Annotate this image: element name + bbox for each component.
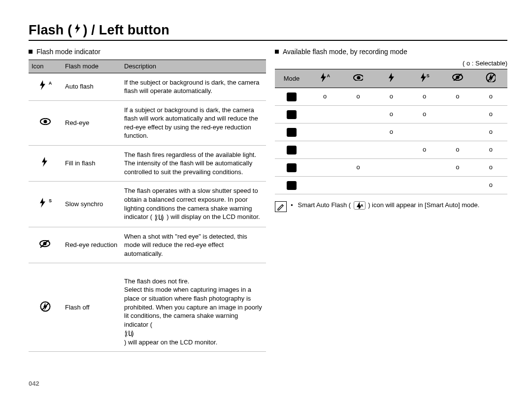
mode-2-icon bbox=[287, 110, 297, 119]
matrix-cell: o bbox=[474, 88, 507, 105]
matrix-cell: o bbox=[441, 88, 474, 105]
matrix-cell: o bbox=[474, 141, 507, 158]
mode-icon-cell bbox=[275, 141, 308, 158]
legend-text: ( o : Selectable) bbox=[275, 60, 507, 67]
shake-icon bbox=[155, 213, 164, 222]
matrix-cell bbox=[308, 141, 341, 158]
matrix-cell bbox=[375, 158, 408, 176]
mode-desc: The flash operates with a slow shutter s… bbox=[121, 182, 266, 227]
smart-auto-note: Smart Auto Flash ( A ) icon will appear … bbox=[275, 201, 507, 212]
matrix-cell bbox=[341, 123, 374, 141]
matrix-cell bbox=[341, 105, 374, 123]
matrix-cell: o bbox=[375, 105, 408, 123]
mode-name: Flash off bbox=[62, 263, 121, 352]
section-heading-available: Available flash mode, by recording mode bbox=[275, 48, 507, 56]
mode-name: Red-eye bbox=[62, 100, 121, 145]
mode-desc: If a subject or background is dark, the … bbox=[121, 100, 266, 145]
table-row: Red-eye reduction When a shot with "red … bbox=[29, 227, 266, 263]
red-eye-icon bbox=[29, 100, 62, 145]
matrix-cell bbox=[341, 176, 374, 194]
mode-icon-cell bbox=[275, 176, 308, 194]
mode-name: Slow synchro bbox=[62, 182, 121, 227]
matrix-cell: o bbox=[341, 158, 374, 176]
flash-auto-icon: A bbox=[308, 69, 341, 88]
flash-off-icon bbox=[474, 69, 507, 88]
mode-name: Red-eye reduction bbox=[62, 227, 121, 263]
matrix-cell bbox=[308, 123, 341, 141]
fill-flash-icon bbox=[29, 145, 62, 182]
table-row: ooo bbox=[275, 141, 507, 158]
matrix-cell: o bbox=[474, 123, 507, 141]
matrix-cell: o bbox=[441, 158, 474, 176]
matrix-cell: o bbox=[474, 158, 507, 176]
table-row: Flash off The flash does not fire. Selec… bbox=[29, 263, 266, 352]
shake-icon bbox=[125, 329, 134, 338]
mode-3-icon bbox=[287, 128, 297, 137]
matrix-cell bbox=[408, 158, 441, 176]
mode-desc: If the subject or background is dark, th… bbox=[121, 73, 266, 100]
flash-auto-icon: A bbox=[29, 73, 62, 100]
matrix-cell bbox=[308, 158, 341, 176]
table-row: S Slow synchro The flash operates with a… bbox=[29, 182, 266, 227]
red-eye-reduction-icon bbox=[29, 227, 62, 263]
mode-5-icon bbox=[287, 163, 297, 172]
mode-6-icon bbox=[287, 181, 297, 190]
mode-name: Fill in flash bbox=[62, 145, 121, 182]
matrix-cell: o bbox=[341, 88, 374, 105]
matrix-cell: o bbox=[375, 88, 408, 105]
matrix-cell bbox=[341, 141, 374, 158]
fill-flash-icon bbox=[375, 69, 408, 88]
section-heading-indicator: Flash mode indicator bbox=[29, 48, 266, 56]
table-row: oooooo bbox=[275, 88, 507, 105]
matrix-cell: o bbox=[408, 105, 441, 123]
table-row: o bbox=[275, 176, 507, 194]
availability-table: Mode A S oooooo ooo oo ooo ooo o bbox=[275, 69, 507, 194]
table-row: ooo bbox=[275, 105, 507, 123]
matrix-cell: o bbox=[375, 123, 408, 141]
title-suffix: ) / Left button bbox=[83, 23, 169, 38]
mode-icon-cell bbox=[275, 88, 308, 105]
mode-desc: When a shot with "red eye" is detected, … bbox=[121, 227, 266, 263]
title-prefix: Flash ( bbox=[29, 23, 72, 38]
note-pencil-icon bbox=[275, 201, 287, 212]
red-eye-reduction-icon bbox=[441, 69, 474, 88]
matrix-cell bbox=[441, 176, 474, 194]
mode-name: Auto flash bbox=[62, 73, 121, 100]
table-row: Fill in flash The flash fires regardless… bbox=[29, 145, 266, 182]
matrix-cell: o bbox=[408, 88, 441, 105]
mode-desc: The flash fires regardless of the availa… bbox=[121, 145, 266, 182]
mode-4-icon bbox=[287, 146, 297, 154]
matrix-cell bbox=[308, 105, 341, 123]
matrix-cell bbox=[441, 123, 474, 141]
col-description: Description bbox=[121, 60, 266, 73]
col-flash-mode: Flash mode bbox=[62, 60, 121, 73]
red-eye-icon bbox=[341, 69, 374, 88]
mode-icon-cell bbox=[275, 123, 308, 141]
matrix-cell: o bbox=[308, 88, 341, 105]
matrix-cell bbox=[375, 141, 408, 158]
slow-sync-icon: S bbox=[29, 182, 62, 227]
matrix-cell: o bbox=[441, 141, 474, 158]
mode-1-icon bbox=[287, 93, 297, 101]
table-row: ooo bbox=[275, 158, 507, 176]
mode-icon-cell bbox=[275, 105, 308, 123]
matrix-cell: o bbox=[408, 141, 441, 158]
slow-sync-icon: S bbox=[408, 69, 441, 88]
col-mode: Mode bbox=[275, 69, 308, 88]
matrix-cell: o bbox=[474, 176, 507, 194]
flash-auto-inline-icon: A bbox=[354, 201, 366, 210]
matrix-cell bbox=[441, 105, 474, 123]
matrix-cell bbox=[375, 176, 408, 194]
table-row: oo bbox=[275, 123, 507, 141]
matrix-cell bbox=[408, 176, 441, 194]
col-icon: Icon bbox=[29, 60, 62, 73]
page-title: Flash ( ) / Left button bbox=[29, 23, 507, 38]
matrix-cell bbox=[308, 176, 341, 194]
flash-icon bbox=[74, 23, 82, 38]
matrix-cell: o bbox=[474, 105, 507, 123]
matrix-cell bbox=[408, 123, 441, 141]
title-divider bbox=[29, 40, 507, 41]
flash-mode-table: Icon Flash mode Description A Auto flash… bbox=[29, 60, 266, 352]
page-number: 042 bbox=[29, 380, 39, 387]
flash-off-icon bbox=[29, 263, 62, 352]
